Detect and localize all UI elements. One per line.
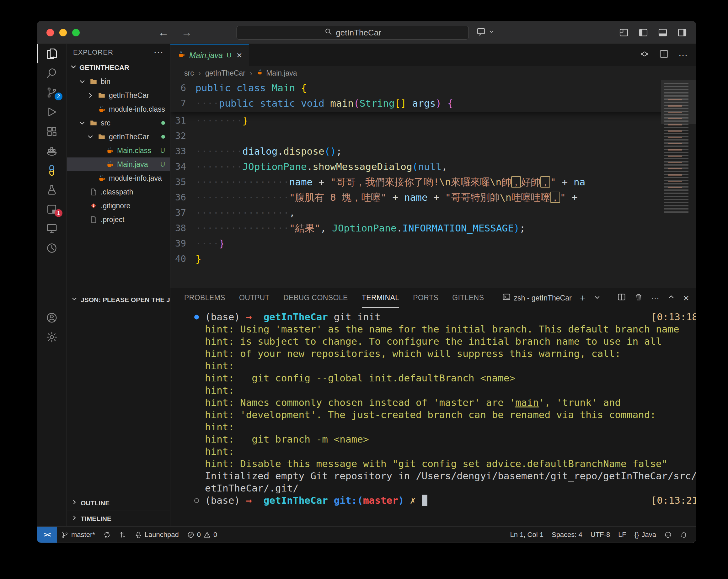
- history-icon[interactable]: [37, 238, 67, 258]
- terminal-line[interactable]: hint: 'development'. The just-created br…: [171, 409, 696, 421]
- accounts-icon[interactable]: [37, 308, 67, 327]
- toggle-panel-icon[interactable]: [658, 28, 668, 38]
- toggle-secondary-sidebar-icon[interactable]: [677, 28, 687, 38]
- terminal-line[interactable]: hint: Using 'master' as the name for the…: [171, 323, 696, 335]
- breadcrumb-main-java[interactable]: Main.java: [257, 69, 297, 78]
- open-changes-icon[interactable]: [640, 49, 650, 61]
- branch-status-item[interactable]: master*: [57, 527, 99, 543]
- eol-item[interactable]: LF: [614, 527, 630, 543]
- minimap[interactable]: [661, 80, 696, 218]
- tree-item-module-info-java[interactable]: module-info.java: [67, 171, 170, 185]
- cursor-position-item[interactable]: Ln 1, Col 1: [506, 527, 548, 543]
- terminal-line[interactable]: hint: is subject to change. To configure…: [171, 335, 696, 348]
- command-center-search[interactable]: getInTheCar: [237, 26, 469, 39]
- customize-layout-icon[interactable]: [619, 28, 629, 38]
- code-line[interactable]: 31········}: [171, 113, 696, 128]
- maximize-panel-icon[interactable]: [668, 293, 675, 303]
- explorer-icon[interactable]: [37, 44, 67, 63]
- encoding-item[interactable]: UTF-8: [587, 527, 614, 543]
- breadcrumb-src[interactable]: src: [184, 69, 194, 78]
- problems-status-item[interactable]: 0 0: [183, 527, 222, 543]
- zoom-window-button[interactable]: [72, 29, 80, 36]
- split-editor-icon[interactable]: [659, 49, 669, 61]
- tree-item-bin[interactable]: bin: [67, 75, 170, 88]
- tree-item-main-class[interactable]: Main.classU: [67, 144, 170, 158]
- tree-item-gitignore[interactable]: .gitignore: [67, 199, 170, 213]
- minimize-window-button[interactable]: [59, 29, 67, 36]
- code-line[interactable]: 40}: [171, 251, 696, 267]
- launchpad-status-item[interactable]: Launchpad: [131, 527, 183, 543]
- terminal-line[interactable]: hint: git config --global init.defaultBr…: [171, 372, 696, 384]
- testing-icon[interactable]: [37, 180, 67, 199]
- notifications-status-item[interactable]: [676, 527, 692, 543]
- section-timeline[interactable]: TIMELINE: [67, 511, 170, 526]
- tree-item-project[interactable]: .project: [67, 213, 170, 226]
- terminal-line[interactable]: hint: of your new repositories, which wi…: [171, 348, 696, 360]
- close-tab-icon[interactable]: ×: [237, 50, 242, 60]
- settings-gear-icon[interactable]: [37, 327, 67, 347]
- toggle-primary-sidebar-icon[interactable]: [638, 28, 648, 38]
- terminal-line[interactable]: hint: Names commonly chosen instead of '…: [171, 396, 696, 409]
- tree-item-main-java[interactable]: Main.javaU: [67, 158, 170, 171]
- remote-explorer-icon[interactable]: [37, 219, 67, 238]
- chevron-down-icon[interactable]: [78, 119, 86, 127]
- tree-item-src[interactable]: src: [67, 116, 170, 130]
- search-view-icon[interactable]: [37, 63, 67, 83]
- chevron-right-icon[interactable]: [86, 92, 95, 99]
- terminal-line[interactable]: hint:: [171, 384, 696, 396]
- explorer-more-actions-icon[interactable]: ⋯: [153, 47, 164, 58]
- source-control-icon[interactable]: 2: [37, 83, 67, 102]
- panel-more-actions-icon[interactable]: ⋯: [651, 293, 659, 303]
- kill-terminal-icon[interactable]: [634, 293, 643, 304]
- close-panel-icon[interactable]: ×: [683, 292, 689, 304]
- code-line[interactable]: 33········dialog.dispose();: [171, 144, 696, 159]
- terminal-line[interactable]: hint:: [171, 421, 696, 433]
- terminal-line[interactable]: etInTheCar/.git/: [171, 482, 696, 494]
- code-line[interactable]: 36················"腹肌有 8 塊，哇噻" + name + …: [171, 190, 696, 205]
- panel-tab-problems[interactable]: PROBLEMS: [184, 288, 225, 308]
- docker-icon[interactable]: [37, 141, 67, 161]
- tree-item-module-info-class[interactable]: module-info.class: [67, 102, 170, 116]
- panel-tab-terminal[interactable]: TERMINAL: [362, 288, 399, 308]
- terminal-line[interactable]: hint: git branch -m <name>: [171, 433, 696, 445]
- compare-status-item[interactable]: [115, 527, 131, 543]
- close-window-button[interactable]: [47, 29, 54, 36]
- python-icon[interactable]: [37, 161, 67, 180]
- breadcrumb-getinthecar[interactable]: getInTheCar: [205, 69, 245, 78]
- extension-icon[interactable]: 1: [37, 199, 67, 219]
- terminal-line[interactable]: hint:: [171, 445, 696, 458]
- terminal-view[interactable]: (base) → getInTheCar git init[0:13:18hin…: [171, 308, 696, 526]
- split-terminal-icon[interactable]: [617, 293, 626, 304]
- command-decoration-icon[interactable]: [194, 314, 199, 319]
- code-line[interactable]: 37················,: [171, 205, 696, 220]
- navigate-back-button[interactable]: ←: [158, 26, 169, 38]
- terminal-line[interactable]: (base) → getInTheCar git init[0:13:18: [171, 311, 696, 323]
- code-line[interactable]: 39····}: [171, 236, 696, 251]
- code-line[interactable]: 34········JOptionPane.showMessageDialog(…: [171, 159, 696, 174]
- remote-indicator[interactable]: ><: [37, 527, 57, 543]
- feedback-status-item[interactable]: [660, 527, 676, 543]
- chevron-down-icon[interactable]: [78, 78, 86, 85]
- chevron-down-icon[interactable]: [86, 133, 95, 140]
- navigate-forward-button[interactable]: →: [181, 26, 192, 38]
- tree-item-getinthecar[interactable]: getInTheCar: [67, 88, 170, 102]
- terminal-dropdown-icon[interactable]: [594, 293, 601, 303]
- terminal-line[interactable]: hint: Disable this message with "git con…: [171, 458, 696, 470]
- code-line[interactable]: 32: [171, 128, 696, 144]
- panel-tab-output[interactable]: OUTPUT: [239, 288, 269, 308]
- command-decoration-icon[interactable]: [194, 498, 199, 503]
- terminal-line[interactable]: (base) → getInTheCar git:(master) ✗ [0:1…: [171, 494, 696, 506]
- extensions-icon[interactable]: [37, 122, 67, 141]
- code-line[interactable]: 6public class Main {: [171, 80, 696, 96]
- terminal-line[interactable]: Initialized empty Git repository in /Use…: [171, 470, 696, 482]
- indentation-item[interactable]: Spaces: 4: [548, 527, 587, 543]
- chat-button[interactable]: [476, 27, 495, 36]
- tree-root-getinthecar[interactable]: GETINTHECAR: [67, 61, 170, 75]
- sync-status-item[interactable]: [99, 527, 115, 543]
- new-terminal-icon[interactable]: +: [580, 292, 586, 304]
- section-json-notice[interactable]: JSON: PLEASE OPEN THE JS...: [67, 292, 170, 307]
- section-outline[interactable]: OUTLINE: [67, 495, 170, 511]
- code-line[interactable]: 35················name + "哥哥，我們來接你了哟!\n來…: [171, 174, 696, 190]
- language-mode-item[interactable]: {} Java: [630, 527, 660, 543]
- editor-more-actions-icon[interactable]: ⋯: [678, 50, 688, 60]
